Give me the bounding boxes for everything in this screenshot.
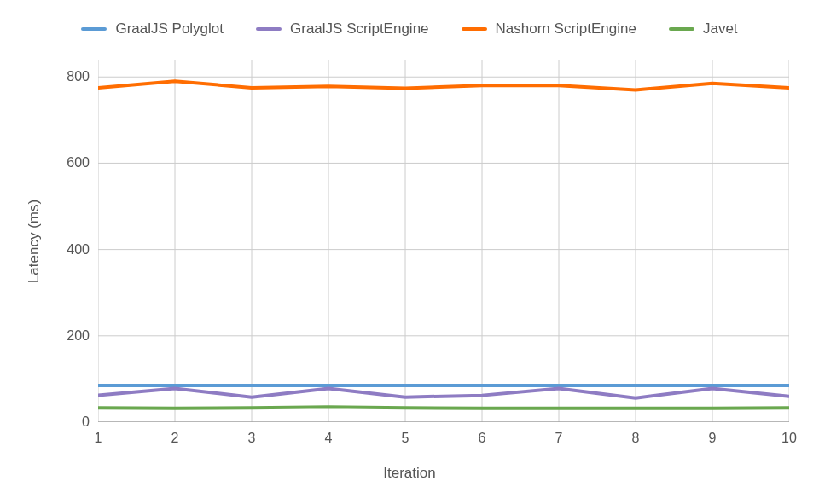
legend-item-javet: Javet — [669, 20, 738, 38]
series-line — [98, 389, 789, 398]
legend-label: GraalJS ScriptEngine — [290, 20, 429, 38]
x-tick: 3 — [248, 431, 256, 446]
chart-legend: GraalJS Polyglot GraalJS ScriptEngine Na… — [0, 20, 819, 38]
x-tick-labels: 12345678910 — [98, 431, 789, 448]
y-tick: 800 — [67, 69, 90, 84]
legend-swatch — [462, 27, 487, 31]
x-tick: 2 — [171, 431, 179, 446]
x-tick: 9 — [709, 431, 717, 446]
y-tick: 400 — [67, 242, 90, 258]
legend-label: GraalJS Polyglot — [115, 20, 224, 38]
legend-label: Nashorn ScriptEngine — [496, 20, 636, 38]
x-tick: 7 — [555, 431, 563, 446]
legend-item-graaljs-scriptengine: GraalJS ScriptEngine — [256, 20, 429, 38]
y-tick: 0 — [82, 414, 90, 430]
y-tick: 600 — [67, 155, 90, 171]
legend-item-nashorn-scriptengine: Nashorn ScriptEngine — [462, 20, 636, 38]
x-tick: 4 — [325, 431, 333, 446]
series-line — [98, 81, 789, 90]
legend-label: Javet — [703, 20, 738, 38]
x-axis-label: Iteration — [0, 465, 819, 482]
legend-swatch — [669, 27, 694, 31]
x-tick: 8 — [632, 431, 640, 446]
y-tick: 200 — [67, 328, 90, 344]
legend-swatch — [81, 27, 107, 31]
plot-area — [98, 60, 789, 422]
y-tick-labels: 0200400600800 — [0, 60, 90, 422]
legend-item-graaljs-polyglot: GraalJS Polyglot — [81, 20, 224, 38]
series-line — [98, 407, 789, 408]
x-tick: 10 — [781, 431, 797, 446]
latency-chart: GraalJS Polyglot GraalJS ScriptEngine Na… — [0, 0, 819, 504]
x-tick: 5 — [402, 431, 410, 446]
x-tick: 6 — [479, 431, 486, 446]
x-tick: 1 — [95, 431, 102, 446]
gridlines — [98, 60, 789, 422]
legend-swatch — [256, 27, 282, 31]
